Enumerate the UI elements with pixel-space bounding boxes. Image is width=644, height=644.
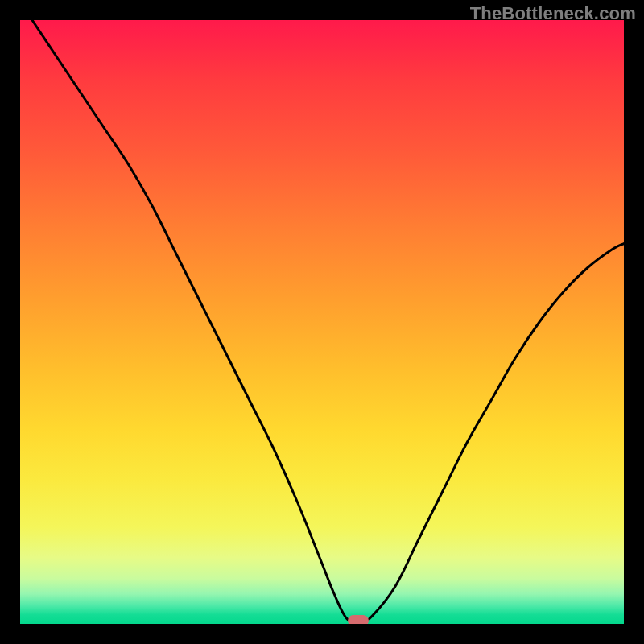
curve-path — [32, 20, 624, 624]
bottleneck-curve — [20, 20, 624, 624]
chart-frame: TheBottleneck.com — [0, 0, 644, 644]
watermark-text: TheBottleneck.com — [470, 3, 636, 24]
optimum-marker — [348, 615, 369, 625]
plot-area — [20, 20, 624, 624]
